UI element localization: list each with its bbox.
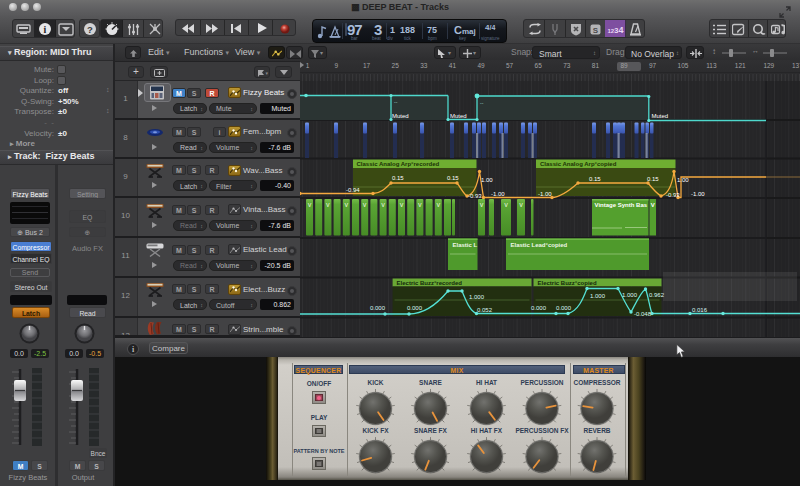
svg-text:0.000: 0.000 xyxy=(370,305,386,311)
svg-text:V: V xyxy=(504,202,508,208)
svg-text:0.15: 0.15 xyxy=(392,175,404,181)
svg-text:V: V xyxy=(326,202,330,208)
svg-text:-1.00: -1.00 xyxy=(538,191,552,197)
svg-text:0.962: 0.962 xyxy=(649,292,665,298)
svg-text:-1.00: -1.00 xyxy=(491,191,505,197)
svg-text:V: V xyxy=(418,202,422,208)
svg-text:i: i xyxy=(44,24,47,35)
svg-text:1.00: 1.00 xyxy=(677,177,689,183)
svg-text:0.000: 0.000 xyxy=(556,305,572,311)
svg-text:V: V xyxy=(344,202,348,208)
svg-text:Classic Analog Arp°copied: Classic Analog Arp°copied xyxy=(540,161,617,167)
svg-text:Muted: Muted xyxy=(392,113,409,119)
svg-text:0.15: 0.15 xyxy=(447,175,459,181)
svg-text:-0.048: -0.048 xyxy=(634,311,652,317)
svg-text:V: V xyxy=(363,202,367,208)
svg-text:Classic Analog Arp°recorded: Classic Analog Arp°recorded xyxy=(357,161,440,167)
svg-text:1.00: 1.00 xyxy=(481,177,493,183)
svg-text:Electric Buzz°recorded: Electric Buzz°recorded xyxy=(397,280,463,286)
svg-text:Muted: Muted xyxy=(450,113,467,119)
svg-text:V: V xyxy=(519,202,523,208)
svg-text:Elastic L: Elastic L xyxy=(453,242,478,248)
svg-text:V: V xyxy=(480,202,484,208)
svg-text:0.000: 0.000 xyxy=(407,305,423,311)
svg-text:V: V xyxy=(436,202,440,208)
svg-text:S: S xyxy=(593,25,599,34)
svg-text:Vintage Synth Bas: Vintage Synth Bas xyxy=(595,202,648,208)
svg-text:0.15: 0.15 xyxy=(647,176,659,182)
svg-text:--: -- xyxy=(394,99,398,105)
svg-text:1.000: 1.000 xyxy=(590,293,606,299)
svg-text:?: ? xyxy=(87,24,93,35)
svg-text:V: V xyxy=(381,202,385,208)
svg-text:Elastic Lead°copied: Elastic Lead°copied xyxy=(511,242,568,248)
svg-text:-0.94: -0.94 xyxy=(346,187,360,193)
svg-text:0.15: 0.15 xyxy=(589,176,601,182)
svg-text:--: -- xyxy=(480,100,484,106)
svg-text:V: V xyxy=(651,202,655,208)
svg-text:0.000: 0.000 xyxy=(531,305,547,311)
svg-text:-1.00: -1.00 xyxy=(691,191,705,197)
svg-text:0.016: 0.016 xyxy=(692,307,708,313)
svg-text:0.052: 0.052 xyxy=(477,307,493,313)
svg-text:-0.93: -0.93 xyxy=(468,193,482,199)
svg-text:Muted: Muted xyxy=(652,113,669,119)
svg-text:-0.93: -0.93 xyxy=(666,192,680,198)
svg-text:1.000: 1.000 xyxy=(469,294,485,300)
svg-text:V: V xyxy=(308,202,312,208)
svg-text:1.000: 1.000 xyxy=(622,292,638,298)
svg-text:V: V xyxy=(400,202,404,208)
svg-text:Electric Buzz°copied: Electric Buzz°copied xyxy=(538,280,597,286)
